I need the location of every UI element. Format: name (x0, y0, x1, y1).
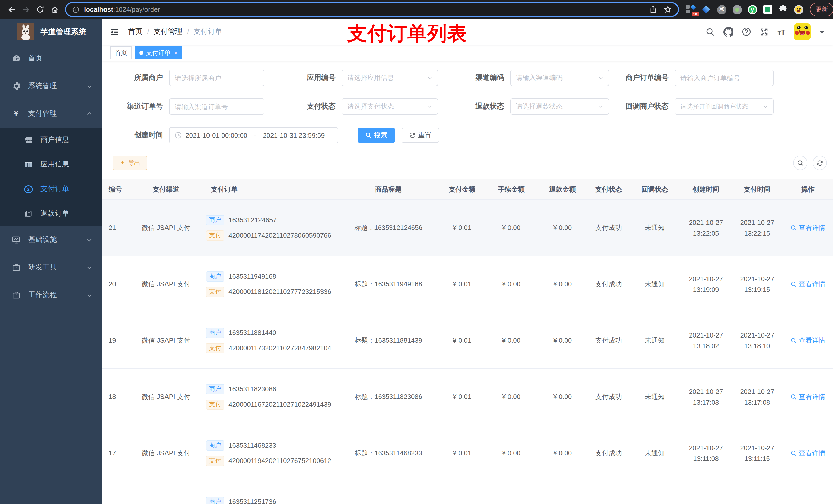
sidebar-item-label: 研发工具 (28, 263, 57, 272)
extension-kite-icon[interactable] (701, 5, 711, 14)
pay-tag: 支付 (206, 343, 224, 353)
pay-status-select[interactable]: 请选择支付状态 (342, 98, 438, 115)
cell-channel: 微信 JSAPI 支付 (133, 481, 199, 504)
view-detail-link[interactable]: 查看详情 (790, 223, 825, 232)
extension-workspaces-icon[interactable]: 10 (686, 5, 696, 14)
cell-fee: ¥ 0.00 (486, 312, 537, 368)
sidebar-item-refund-order[interactable]: 退款订单 (0, 201, 102, 226)
channel-order-no-input[interactable] (169, 98, 264, 115)
refund-status-select[interactable]: 请选择退款状态 (510, 98, 609, 115)
chevron-down-icon (87, 265, 92, 270)
col-paid: 支付时间 (732, 179, 783, 199)
cell-fee: ¥ 0.00 (486, 425, 537, 481)
share-icon[interactable] (649, 6, 657, 13)
sidebar-item-label: 首页 (28, 54, 43, 63)
cell-pay-status: 支付成功 (588, 425, 629, 481)
sidebar-item-system[interactable]: 系统管理 (0, 72, 102, 100)
fullscreen-icon[interactable] (760, 27, 769, 36)
notify-status-select[interactable]: 请选择订单回调商户状态 (675, 98, 774, 115)
app-select[interactable]: 请选择应用信息 (342, 70, 438, 86)
export-button[interactable]: 导出 (113, 156, 147, 170)
cell-created: 2021-10-2713:19:09 (680, 256, 732, 312)
header-actions: ᴛT (706, 23, 825, 41)
extension-record-icon[interactable] (732, 5, 742, 14)
cell-title: 标题：1635312124656 (338, 200, 438, 256)
table-body: 21 微信 JSAPI 支付 商户 1635312124657 支付 42000… (102, 200, 833, 504)
extensions-puzzle-icon[interactable] (778, 5, 788, 14)
tab-pay-order[interactable]: 支付订单 × (135, 46, 182, 59)
extension-emoji-avatar[interactable] (793, 5, 803, 14)
page-info-icon[interactable] (72, 6, 79, 13)
sidebar-toggle-icon[interactable] (102, 19, 124, 45)
sidebar-item-payment[interactable]: ¥ 支付管理 (0, 100, 102, 127)
cell-refund: ¥ 0.00 (537, 369, 588, 425)
github-icon[interactable] (723, 27, 733, 37)
monitor-chart-icon (12, 235, 21, 244)
extension-y-icon[interactable]: y (747, 5, 757, 14)
col-actions: 操作 (783, 179, 833, 199)
filter-label: 所属商户 (102, 73, 169, 82)
pay-tag: 支付 (206, 399, 224, 409)
breadcrumb-home[interactable]: 首页 (128, 27, 142, 37)
sidebar-item-merchant-info[interactable]: 商户信息 (0, 127, 102, 152)
cell-pay-order: 商户 1635311881440 支付 42000011732021102728… (199, 312, 338, 368)
cell-refund (537, 481, 588, 504)
cell-fee: ¥ 0.00 (486, 256, 537, 312)
font-size-icon[interactable]: ᴛT (778, 27, 785, 36)
sidebar-item-app-info[interactable]: 应用信息 (0, 152, 102, 177)
sidebar-item-label: 基础设施 (28, 235, 57, 244)
cell-created (680, 481, 732, 504)
sidebar-item-workflow[interactable]: 工作流程 (0, 281, 102, 309)
chevron-down-icon (598, 75, 603, 80)
merchant-order-no: 1635311468233 (229, 441, 276, 449)
col-refund: 退款金额 (537, 179, 588, 199)
merchant-order-no: 1635311881440 (229, 329, 276, 337)
chevron-down-icon (87, 237, 92, 242)
view-detail-link[interactable]: 查看详情 (790, 336, 825, 345)
sidebar-submenu-payment: 商户信息 应用信息 ¥ 支付订单 (0, 127, 102, 226)
search-button[interactable]: 搜索 (358, 127, 395, 143)
view-detail-link[interactable]: 查看详情 (790, 392, 825, 401)
refresh-table-button[interactable] (812, 156, 827, 170)
bookmark-star-icon[interactable] (664, 6, 672, 13)
search-icon[interactable] (706, 27, 715, 36)
user-menu-caret-icon[interactable] (820, 30, 825, 35)
tab-home[interactable]: 首页 (110, 46, 132, 59)
sidebar-logo[interactable]: 芋道管理系统 (0, 19, 102, 45)
user-avatar[interactable] (793, 23, 811, 41)
browser-home-icon[interactable] (48, 3, 61, 16)
view-detail-link[interactable]: 查看详情 (790, 449, 825, 458)
sidebar-item-infrastructure[interactable]: 基础设施 (0, 226, 102, 254)
filter-label: 商户订单编号 (609, 73, 675, 82)
help-icon[interactable] (742, 27, 751, 37)
view-detail-link[interactable]: 查看详情 (790, 280, 825, 289)
sidebar-item-home[interactable]: 首页 (0, 45, 102, 72)
yen-circle-icon: ¥ (24, 185, 33, 193)
breadcrumb-pay-mgmt[interactable]: 支付管理 (154, 27, 182, 37)
cell-pay-order: 商户 1635311949168 支付 42000011812021102777… (199, 256, 338, 312)
merchant-order-no: 1635311949168 (229, 272, 276, 280)
channel-code-select[interactable]: 请输入渠道编码 (510, 70, 609, 86)
browser-back-icon[interactable] (5, 3, 18, 16)
extension-command-icon[interactable]: ⌘ (717, 5, 727, 14)
cell-amount: ¥ 0.01 (438, 200, 486, 256)
reset-button[interactable]: 重置 (402, 127, 439, 143)
merchant-order-no-input[interactable] (675, 70, 774, 86)
create-time-range-input[interactable]: 2021-10-01 00:00:00 - 2021-10-31 23:59:5… (169, 127, 338, 143)
show-search-toggle-button[interactable] (793, 156, 807, 170)
toolbar-row: 导出 (113, 156, 827, 170)
url-bar[interactable]: localhost:1024/pay/order (65, 2, 679, 17)
browser-update-button[interactable]: 更新 (810, 3, 833, 16)
browser-forward-icon[interactable] (20, 3, 32, 16)
cell-created: 2021-10-2713:22:05 (680, 200, 732, 256)
merchant-input[interactable] (169, 70, 264, 86)
sidebar-item-pay-order[interactable]: ¥ 支付订单 (0, 177, 102, 201)
browser-reload-icon[interactable] (34, 3, 47, 16)
cell-pay-order: 商户 1635311468233 支付 42000011942021102767… (199, 425, 338, 481)
extension-chat-icon[interactable] (763, 5, 772, 14)
close-icon[interactable]: × (174, 50, 177, 56)
filter-label: 应用编号 (264, 73, 342, 82)
cell-fee (486, 481, 537, 504)
sidebar-item-dev-tools[interactable]: 研发工具 (0, 254, 102, 281)
chevron-down-icon (598, 104, 603, 109)
